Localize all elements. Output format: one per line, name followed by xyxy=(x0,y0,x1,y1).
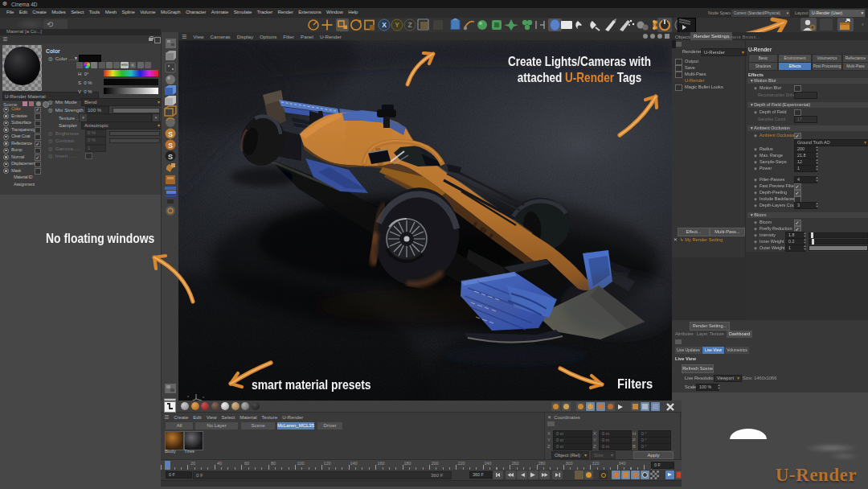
svg-text:Y: Y xyxy=(395,21,399,29)
svg-text:S: S xyxy=(168,153,173,161)
svg-text:z: z xyxy=(187,394,189,398)
svg-text:S: S xyxy=(168,130,173,138)
svg-text:X: X xyxy=(382,21,387,29)
svg-text:S: S xyxy=(168,142,173,150)
svg-text:Z: Z xyxy=(407,21,411,29)
svg-text:x: x xyxy=(203,395,204,399)
